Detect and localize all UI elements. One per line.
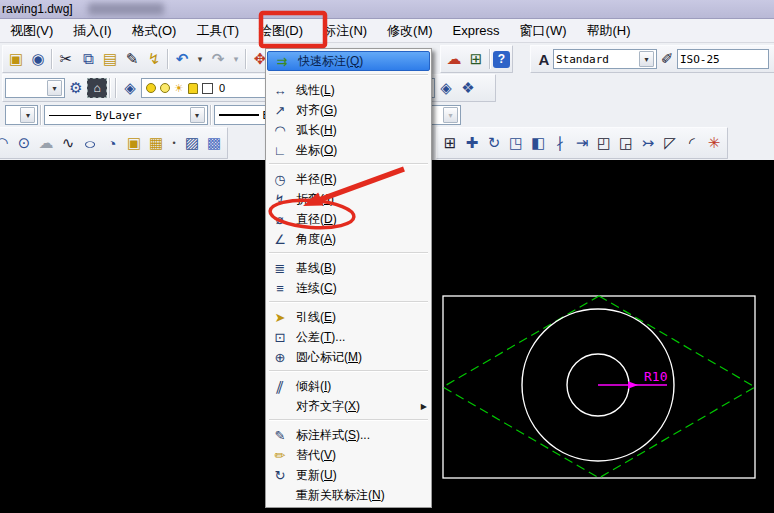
help-icon[interactable]: ? [493,51,510,68]
menu-item-align-text[interactable]: 对齐文字(X) ▶ [266,396,431,416]
menu-item-update[interactable]: ↻ 更新(U) [266,465,431,485]
menu-item-dimension-style[interactable]: ✎ 标注样式(S)... [266,425,431,445]
gradient-icon[interactable]: ▩ [203,132,225,154]
menu-item-radius[interactable]: ◷ 半径(R) [266,169,431,189]
markup-cloud-icon[interactable]: ☁ [443,48,465,70]
insert-block-icon[interactable]: ▣ [123,132,145,154]
menu-item-aligned[interactable]: ↗ 对齐(G) [266,100,431,120]
menu-tools[interactable]: 工具(T) [186,19,249,43]
dim-style-combo[interactable]: ISO-25 [677,49,769,69]
join-icon[interactable]: ↣ [637,132,659,154]
array-icon[interactable]: ⊞ [439,132,461,154]
layer-on-bulb-icon[interactable] [146,83,156,93]
menu-item-quick-dimension[interactable]: ⇉ 快速标注(Q) [267,51,430,71]
trim-icon[interactable]: ∤ [549,132,571,154]
menu-modify[interactable]: 修改(M) [377,19,443,43]
publish-icon[interactable]: ▣ [5,48,27,70]
layer-previous-icon[interactable]: ◈ [435,77,457,99]
fillet-icon[interactable]: ◜ [681,132,703,154]
menu-window[interactable]: 窗口(W) [510,19,577,43]
scale-icon[interactable]: ◳ [505,132,527,154]
menu-item-center-mark[interactable]: ⊕ 圆心标记(M) [266,347,431,367]
chevron-down-icon[interactable]: ▾ [20,107,35,123]
menu-item-angular[interactable]: ∠ 角度(A) [266,229,431,249]
make-block-icon[interactable]: ▦ [145,132,167,154]
jogged-icon: ↯ [270,192,290,207]
chevron-down-icon[interactable]: ▾ [47,80,62,96]
menu-item-label: 公差(T)... [296,329,345,346]
menu-item-label: 折弯(J) [296,191,334,208]
text-style-icon[interactable]: A [535,48,553,70]
layer-freeze-icon[interactable] [160,83,170,93]
gear-icon[interactable]: ⚙ [65,77,87,99]
menu-item-oblique[interactable]: ∥ 倾斜(I) [266,376,431,396]
undo-dropdown-icon[interactable]: ▾ [193,48,207,70]
undo-icon[interactable]: ↶ [171,48,193,70]
menu-item-linear[interactable]: ↔ 线性(L) [266,80,431,100]
redo-icon[interactable]: ↷ [207,48,229,70]
match-properties-icon[interactable]: ✎ [121,48,143,70]
paste-icon[interactable]: ▤ [99,48,121,70]
menu-dimension[interactable]: 标注(N) [313,19,377,43]
drawing-viewport: R10 [440,288,760,488]
workspace-combo[interactable]: ▾ [5,78,65,98]
extend-icon[interactable]: ⇥ [571,132,593,154]
divider [109,78,111,98]
break-at-point-icon[interactable]: ◰ [593,132,615,154]
text-style-combo[interactable]: Standard ▾ [553,49,657,69]
menu-item-reassociate[interactable]: 重新关联标注(N) [266,485,431,505]
match-properties-lightning-icon[interactable]: ↯ [143,48,165,70]
copy-icon[interactable]: ⧉ [77,48,99,70]
menu-item-diameter[interactable]: ⌀ 直径(D) [266,209,431,229]
chevron-down-icon[interactable]: ▾ [443,107,458,123]
menu-view[interactable]: 视图(V) [0,19,63,43]
chevron-down-icon[interactable]: ▾ [190,107,205,123]
break-icon[interactable]: ◲ [615,132,637,154]
menu-separator [269,301,428,303]
home-icon[interactable]: ⌂ [87,78,107,98]
rotate-icon[interactable]: ↻ [483,132,505,154]
redo-dropdown-icon[interactable]: ▾ [229,48,243,70]
application-window: rawing1.dwg] 视图(V) 插入(I) 格式(O) 工具(T) 绘图(… [0,0,774,513]
explode-icon[interactable]: ✳ [703,132,725,154]
dim-style-icon[interactable]: ✐ [657,48,677,70]
redacted-title-area [88,3,164,15]
cut-icon[interactable]: ✂ [55,48,77,70]
menu-item-override[interactable]: ✏ 替代(V) [266,445,431,465]
chevron-down-icon[interactable]: ▾ [639,51,654,67]
menu-draw[interactable]: 绘图(D) [249,19,313,43]
menu-item-jogged[interactable]: ↯ 折弯(J) [266,189,431,209]
calculator-icon[interactable]: ⊞ [465,48,487,70]
layer-states-icon[interactable]: ❖ [457,77,479,99]
web-publish-icon[interactable]: ◉ [27,48,49,70]
menu-item-ordinate[interactable]: ∟ 坐标(O) [266,140,431,160]
chamfer-icon[interactable]: ◸ [659,132,681,154]
menu-item-arc-length[interactable]: ◠ 弧长(H) [266,120,431,140]
sun-icon[interactable]: ☀ [174,83,184,93]
mirror-icon[interactable]: ◧ [527,132,549,154]
menu-express[interactable]: Express [443,20,510,41]
dimension-style-icon: ✎ [270,428,290,443]
ellipse-icon[interactable]: ○ [74,132,107,154]
styles-toolbar: A Standard ▾ ✐ ISO-25 [530,45,774,73]
revision-cloud-icon[interactable]: ☁ [35,132,57,154]
standard-toolbar: ▣ ◉ ✂ ⧉ ▤ ✎ ↯ ↶ ▾ ↷ ▾ ✥ [2,45,274,73]
menu-item-tolerance[interactable]: ⊡ 公差(T)... [266,327,431,347]
menu-item-baseline[interactable]: ≣ 基线(B) [266,258,431,278]
menu-format[interactable]: 格式(O) [122,19,187,43]
point-icon[interactable]: • [167,132,181,154]
layer-properties-icon[interactable]: ◈ [119,77,141,99]
color-combo[interactable]: ▾ [5,105,38,125]
hatch-icon[interactable]: ▨ [181,132,203,154]
menu-item-leader[interactable]: ➤ 引线(E) [266,307,431,327]
arc-icon[interactable]: ◠ [0,132,13,154]
menu-item-continue[interactable]: ≡ 连续(C) [266,278,431,298]
layer-color-swatch[interactable] [202,83,213,94]
menu-insert[interactable]: 插入(I) [63,19,121,43]
menu-help[interactable]: 帮助(H) [577,19,641,43]
circle-icon[interactable]: ⊙ [13,132,35,154]
menu-item-label: 更新(U) [296,467,337,484]
lock-icon[interactable] [188,83,198,94]
move-icon[interactable]: ✚ [461,132,483,154]
linetype-combo[interactable]: ByLayer ▾ [44,105,207,125]
